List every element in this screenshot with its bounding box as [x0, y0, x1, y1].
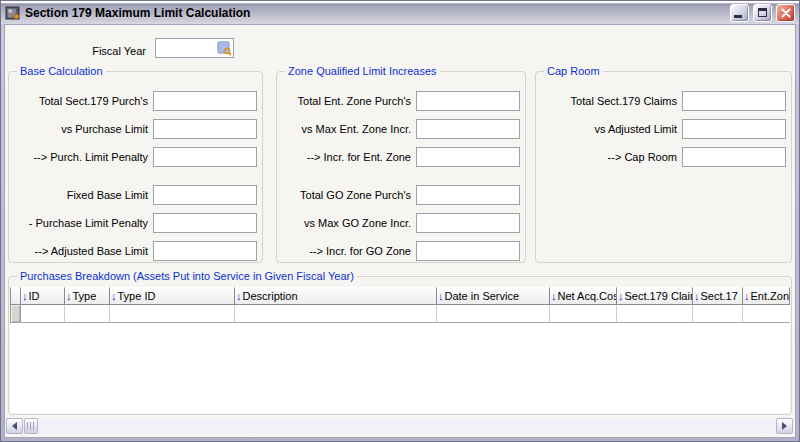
field-row: Fixed Base Limit	[9, 185, 262, 205]
field-label: Total Sect.179 Claims	[536, 95, 682, 107]
field-row: --> Purch. Limit Penalty	[9, 147, 262, 167]
arrow-right-icon	[782, 422, 787, 430]
group-zone-title: Zone Qualified Limit Increases	[285, 65, 440, 77]
cell-type[interactable]	[65, 305, 110, 322]
cap-room-input[interactable]	[682, 147, 786, 167]
scroll-right-button[interactable]	[776, 418, 793, 434]
window-title: Section 179 Maximum Limit Calculation	[25, 5, 726, 20]
cell-id[interactable]	[21, 305, 65, 322]
purch-limit-penalty-input[interactable]	[153, 147, 257, 167]
minimize-button[interactable]	[730, 4, 749, 22]
sort-down-icon: ↓	[618, 290, 624, 302]
cell-sect17[interactable]	[693, 305, 743, 322]
form-client-area: Fiscal Year Base Calculation Total Sect.…	[4, 24, 796, 438]
sort-down-icon: ↓	[66, 290, 72, 302]
group-purchases-breakdown: Purchases Breakdown (Assets Put into Ser…	[8, 276, 792, 415]
field-label: --> Purch. Limit Penalty	[9, 151, 153, 163]
vs-max-ent-zone-incr-input[interactable]	[416, 119, 520, 139]
close-button[interactable]	[776, 4, 795, 22]
scrollbar-grip-icon	[27, 422, 35, 430]
vs-purchase-limit-input[interactable]	[153, 119, 257, 139]
purchases-table: ↓ ID ↓ Type ↓ Type ID ↓ Description	[10, 287, 790, 323]
total-sect179-purchs-input[interactable]	[153, 91, 257, 111]
sort-down-icon: ↓	[111, 290, 117, 302]
column-label: Net Acq.Cos	[558, 290, 618, 302]
cell-description[interactable]	[235, 305, 437, 322]
vs-adjusted-limit-input[interactable]	[682, 119, 786, 139]
field-row: Total Ent. Zone Purch's	[277, 91, 525, 111]
incr-for-ent-zone-input[interactable]	[416, 147, 520, 167]
total-go-zone-purchs-input[interactable]	[416, 185, 520, 205]
sort-down-icon: ↓	[694, 290, 700, 302]
row-selector-header[interactable]	[10, 287, 21, 305]
field-row: --> Incr. for GO Zone	[277, 241, 525, 261]
sort-down-icon: ↓	[551, 290, 557, 302]
minimize-icon	[734, 15, 742, 18]
cell-date-in-service[interactable]	[437, 305, 550, 322]
fiscal-year-lookup-button[interactable]	[216, 40, 232, 56]
column-label: Description	[243, 290, 298, 302]
maximize-icon	[758, 8, 767, 17]
table-row[interactable]	[10, 305, 790, 323]
fiscal-year-label: Fiscal Year	[25, 41, 151, 61]
group-cap-room: Cap Room Total Sect.179 Claims vs Adjust…	[535, 71, 792, 263]
fiscal-year-field-wrap	[155, 38, 234, 58]
field-row: --> Cap Room	[536, 147, 791, 167]
column-header-ent-zone[interactable]: ↓ Ent.Zon	[743, 287, 790, 305]
field-label: Total Ent. Zone Purch's	[277, 95, 416, 107]
field-row: Total GO Zone Purch's	[277, 185, 525, 205]
field-label: --> Adjusted Base Limit	[9, 245, 153, 257]
field-label: Total Sect.179 Purch's	[9, 95, 153, 107]
column-header-description[interactable]: ↓ Description	[235, 287, 437, 305]
arrow-left-icon	[12, 422, 17, 430]
purchase-limit-penalty-input[interactable]	[153, 213, 257, 233]
row-selector[interactable]	[10, 305, 21, 322]
field-label: Total GO Zone Purch's	[277, 189, 416, 201]
field-row: vs Max GO Zone Incr.	[277, 213, 525, 233]
cell-net-acq-cost[interactable]	[550, 305, 617, 322]
adjusted-base-limit-input[interactable]	[153, 241, 257, 261]
total-sect179-claims-input[interactable]	[682, 91, 786, 111]
group-base-calculation: Base Calculation Total Sect.179 Purch's …	[8, 71, 263, 263]
purchases-table-header: ↓ ID ↓ Type ↓ Type ID ↓ Description	[10, 287, 790, 305]
column-label: Sect.179 Clair	[625, 290, 694, 302]
scrollbar-thumb[interactable]	[24, 418, 38, 434]
column-header-id[interactable]: ↓ ID	[21, 287, 65, 305]
column-label: Date in Service	[445, 290, 520, 302]
cell-type-id[interactable]	[110, 305, 235, 322]
scroll-left-button[interactable]	[6, 418, 23, 434]
column-header-date-in-service[interactable]: ↓ Date in Service	[437, 287, 550, 305]
field-label: vs Max Ent. Zone Incr.	[277, 123, 416, 135]
total-ent-zone-purchs-input[interactable]	[416, 91, 520, 111]
field-label: --> Incr. for Ent. Zone	[277, 151, 416, 163]
incr-for-go-zone-input[interactable]	[416, 241, 520, 261]
safe-icon	[5, 5, 21, 21]
field-label: - Purchase Limit Penalty	[9, 217, 153, 229]
field-label: Fixed Base Limit	[9, 189, 153, 201]
field-row: vs Purchase Limit	[9, 119, 262, 139]
maximize-button[interactable]	[753, 4, 772, 22]
horizontal-scrollbar[interactable]	[6, 418, 793, 434]
sort-down-icon: ↓	[22, 290, 28, 302]
fixed-base-limit-input[interactable]	[153, 185, 257, 205]
cell-sect179-claim[interactable]	[617, 305, 693, 322]
column-label: Sect.17	[701, 290, 738, 302]
column-label: Type	[73, 290, 97, 302]
field-row: Total Sect.179 Purch's	[9, 91, 262, 111]
field-label: --> Incr. for GO Zone	[277, 245, 416, 257]
vs-max-go-zone-incr-input[interactable]	[416, 213, 520, 233]
column-label: ID	[29, 290, 40, 302]
field-label: --> Cap Room	[536, 151, 682, 163]
field-row: --> Incr. for Ent. Zone	[277, 147, 525, 167]
column-header-type-id[interactable]: ↓ Type ID	[110, 287, 235, 305]
titlebar[interactable]: Section 179 Maximum Limit Calculation	[1, 1, 799, 24]
column-header-type[interactable]: ↓ Type	[65, 287, 110, 305]
group-cap-room-title: Cap Room	[544, 65, 603, 77]
cell-ent-zone[interactable]	[743, 305, 790, 322]
column-header-net-acq-cost[interactable]: ↓ Net Acq.Cos	[550, 287, 617, 305]
column-header-sect179-claim[interactable]: ↓ Sect.179 Clair	[617, 287, 693, 305]
sort-down-icon: ↓	[438, 290, 444, 302]
field-label: vs Max GO Zone Incr.	[277, 217, 416, 229]
column-header-sect17[interactable]: ↓ Sect.17	[693, 287, 743, 305]
section179-window: Section 179 Maximum Limit Calculation Fi…	[0, 0, 800, 442]
